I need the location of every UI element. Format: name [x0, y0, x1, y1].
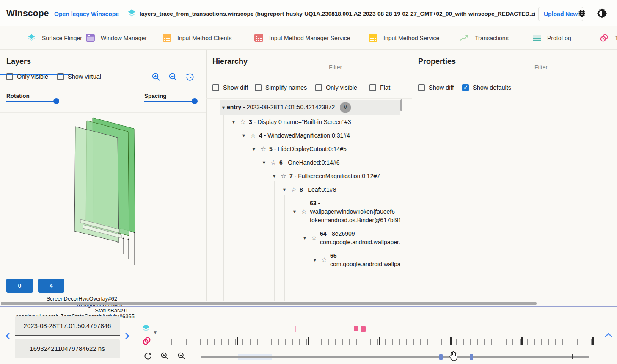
tree-node-text: 63 - WallpaperWindowToken{fa0eef6 token=…: [310, 199, 400, 224]
zoom-out-icon[interactable]: [168, 72, 178, 83]
spacing-label: Spacing: [144, 93, 167, 99]
chevron-down-icon[interactable]: ▼: [261, 158, 267, 167]
app-title: Winscope: [6, 8, 49, 18]
transition-marker[interactable]: [361, 326, 366, 332]
show-virtual-checkbox[interactable]: Show virtual: [57, 73, 101, 80]
timestamp-human-input[interactable]: [15, 316, 120, 336]
major-tick: [308, 337, 309, 345]
chevron-down-icon[interactable]: ▼: [220, 103, 227, 112]
tree-node[interactable]: ▼☆ 65 - com.google.android.wallpaper.eff…: [220, 249, 400, 271]
range-handle-left[interactable]: [439, 354, 443, 360]
only-visible-checkbox[interactable]: Only visible: [6, 73, 48, 80]
chevron-down-icon[interactable]: ▼: [281, 185, 288, 194]
tab-label: Input Method Manager Service: [269, 35, 350, 41]
simplify-names-checkbox[interactable]: Simplify names: [255, 84, 307, 91]
chevron-down-icon[interactable]: ▼: [251, 145, 257, 153]
tree-node-entry[interactable]: ▼ entry - 2023-08-28T17:01:50.421423872 …: [220, 100, 400, 115]
tree-node[interactable]: ▼☆ 4 - WindowedMagnification:0:31#4: [220, 129, 400, 142]
tree-node[interactable]: ▼☆ 63 - WallpaperWindowToken{fa0eef6 tok…: [220, 196, 400, 227]
expand-timeline-icon[interactable]: [603, 331, 614, 341]
tab-input-method-manager-service[interactable]: Input Method Manager Service: [254, 26, 350, 50]
tab-protolog[interactable]: ProtoLog: [533, 26, 571, 50]
tab-label: Transitions: [615, 35, 617, 41]
tab-label: Transactions: [475, 35, 509, 41]
reset-view-icon[interactable]: [185, 72, 195, 83]
chevron-down-icon[interactable]: ▼: [271, 172, 278, 180]
layers-3d-view[interactable]: [0, 112, 206, 279]
horizontal-scrollbar[interactable]: [1, 302, 537, 305]
timeline-zoom-in-icon[interactable]: [160, 352, 169, 362]
tab-input-method-clients[interactable]: Input Method Clients: [163, 26, 231, 50]
display-4-button[interactable]: 4: [38, 279, 64, 293]
star-icon[interactable]: ☆: [270, 158, 277, 167]
dark-mode-toggle-icon[interactable]: [597, 8, 607, 20]
show-diff-checkbox[interactable]: Show diff: [418, 84, 454, 91]
checkbox-box: [315, 84, 322, 91]
properties-filter-input[interactable]: [534, 63, 611, 72]
star-icon[interactable]: ☆: [300, 207, 307, 216]
show-defaults-checkbox[interactable]: Show defaults: [462, 84, 511, 91]
checkbox-box: [369, 84, 376, 91]
tab-input-method-service[interactable]: Input Method Service: [369, 26, 439, 50]
transition-marker[interactable]: [354, 326, 358, 331]
checkbox-label: Only visible: [326, 84, 357, 91]
star-icon[interactable]: ☆: [321, 256, 328, 264]
tree-node[interactable]: ▼☆ 5 - HideDisplayCutout:0:14#5: [220, 142, 400, 156]
chevron-down-icon[interactable]: ▼: [291, 207, 298, 216]
rotation-slider-thumb[interactable]: [53, 98, 59, 104]
display-0-button[interactable]: 0: [6, 279, 33, 293]
star-icon[interactable]: ☆: [240, 118, 246, 126]
tab-label: Input Method Service: [383, 35, 439, 41]
previous-entry-icon[interactable]: [4, 331, 12, 342]
timeline-zoom-out-icon[interactable]: [177, 352, 186, 362]
tab-surface-flinger[interactable]: Surface Flinger: [27, 26, 82, 50]
layer-label[interactable]: ScreenDecorHwcOverlay#62: [46, 295, 117, 302]
checkbox-box: [418, 84, 425, 91]
chevron-down-icon[interactable]: ▼: [240, 131, 247, 140]
tab-transitions[interactable]: Transitions: [600, 26, 617, 50]
next-entry-icon[interactable]: [123, 331, 131, 342]
chevron-down-icon[interactable]: ▼: [301, 234, 308, 242]
rotation-slider[interactable]: [6, 101, 59, 102]
only-visible-checkbox[interactable]: Only visible: [315, 84, 357, 91]
spacing-slider-thumb[interactable]: [192, 98, 198, 104]
star-icon[interactable]: ☆: [311, 234, 317, 242]
open-legacy-link[interactable]: Open legacy Winscope: [54, 11, 119, 17]
transition-marker[interactable]: [295, 326, 296, 332]
tab-window-manager[interactable]: Window Manager: [86, 26, 147, 50]
star-icon[interactable]: ☆: [280, 172, 287, 180]
tree-node-text: 7 - FullscreenMagnification:0:12#7: [289, 172, 400, 180]
timeline-range-slider[interactable]: [201, 356, 589, 358]
flat-checkbox[interactable]: Flat: [369, 84, 390, 91]
chevron-down-icon[interactable]: ▼: [230, 118, 237, 126]
checkbox-label: Simplify names: [265, 84, 307, 91]
tab-label: Window Manager: [101, 35, 147, 41]
timeline-ruler[interactable]: [171, 339, 595, 345]
show-diff-checkbox[interactable]: Show diff: [212, 84, 248, 91]
tree-node[interactable]: ▼☆ 8 - Leaf:0:1#8: [220, 183, 400, 196]
hierarchy-scrollbar[interactable]: [400, 99, 402, 111]
chevron-down-icon[interactable]: ▼: [311, 256, 318, 264]
checkbox-label: Only visible: [17, 73, 48, 80]
tab-transactions[interactable]: Transactions: [460, 26, 509, 50]
tree-node[interactable]: ▼☆ 6 - OneHanded:0:14#6: [220, 156, 400, 169]
refresh-icon[interactable]: [143, 351, 152, 362]
tree-node-text: 8 - Leaf:0:1#8: [300, 185, 400, 194]
star-icon[interactable]: ☆: [250, 131, 256, 140]
hierarchy-filter-input[interactable]: [329, 63, 405, 72]
timestamp-ns-input[interactable]: [15, 339, 120, 358]
keyboard-icon: [254, 34, 263, 42]
zoom-in-icon[interactable]: [151, 72, 161, 83]
tree-node[interactable]: ▼☆ 64 - 8e26909 com.google.android.wallp…: [220, 227, 400, 249]
checkbox-box: [462, 84, 469, 91]
tree-node-text: 3 - Display 0 name="Built-in Screen"#3: [249, 118, 400, 126]
star-icon[interactable]: ☆: [290, 185, 297, 194]
range-handle-right[interactable]: [470, 354, 473, 360]
star-icon[interactable]: ☆: [260, 145, 267, 153]
properties-panel-title: Properties: [418, 57, 456, 66]
upload-new-button[interactable]: Upload New: [538, 7, 583, 21]
tree-node[interactable]: ▼☆ 7 - FullscreenMagnification:0:12#7: [220, 169, 400, 183]
tree-node[interactable]: ▼☆ 3 - Display 0 name="Built-in Screen"#…: [220, 115, 400, 129]
bug-report-icon[interactable]: [577, 8, 587, 19]
spacing-slider[interactable]: [144, 101, 196, 102]
